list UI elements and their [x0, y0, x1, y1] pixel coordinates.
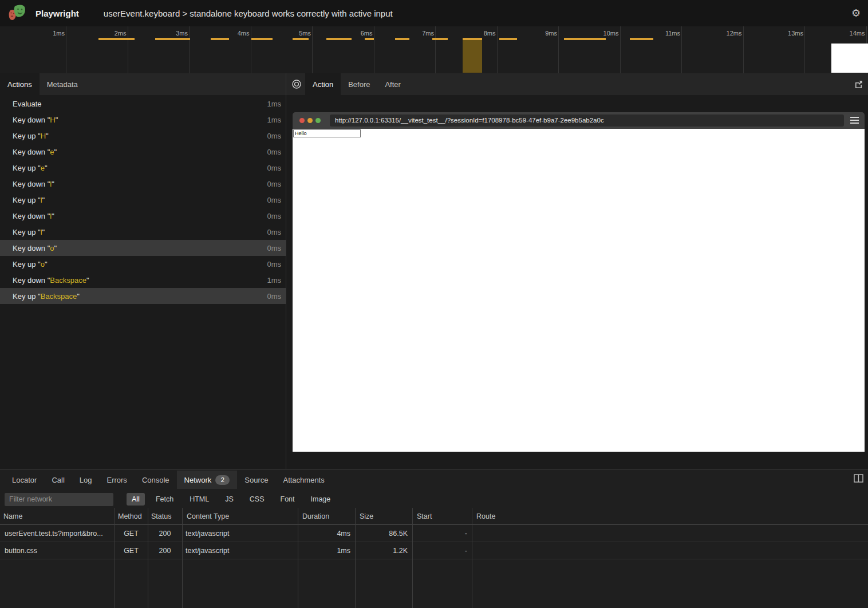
browser-chrome: http://127.0.0.1:63315/__vitest_test__/?…: [293, 112, 865, 129]
action-row[interactable]: Key up "l" 0ms: [0, 192, 286, 208]
bottom-panel-tab[interactable]: Log: [72, 471, 100, 489]
bottom-panel-tab[interactable]: Console: [135, 471, 177, 489]
network-type-filter[interactable]: HTML: [184, 493, 214, 506]
address-bar: http://127.0.0.1:63315/__vitest_test__/?…: [330, 115, 844, 127]
column-divider: [115, 508, 115, 608]
actions-panel-tab[interactable]: Metadata: [40, 73, 85, 95]
action-key: H: [50, 116, 55, 124]
action-row[interactable]: Key up "o" 0ms: [0, 256, 286, 272]
action-title: Key up "H": [13, 132, 267, 140]
page-text-input[interactable]: [293, 129, 361, 137]
bottom-panel-tab[interactable]: Call: [44, 471, 72, 489]
action-row[interactable]: Key up "Backspace" 0ms: [0, 288, 286, 304]
action-key: H: [41, 132, 46, 140]
network-type-filter[interactable]: All: [127, 493, 145, 506]
gear-icon[interactable]: ⚙: [850, 7, 862, 19]
action-title: Key up "e": [13, 164, 267, 172]
network-filter-input[interactable]: [5, 493, 113, 506]
timeline-tick-label: 4ms: [238, 30, 250, 37]
action-row[interactable]: Key down "Backspace" 1ms: [0, 272, 286, 288]
timeline-action-mark: [365, 38, 374, 40]
network-request-row[interactable]: userEvent.test.ts?import&bro... GET 200 …: [0, 525, 868, 542]
network-column-header: Content Type: [182, 512, 298, 520]
action-key: o: [41, 260, 45, 269]
action-row[interactable]: Key up "H" 0ms: [0, 128, 286, 144]
network-type-filters: AllFetchHTMLJSCSSFontImage: [127, 493, 341, 506]
network-request-row[interactable]: button.css GET 200 text/javascript 1ms 1…: [0, 542, 868, 559]
external-link-icon[interactable]: [854, 79, 864, 89]
network-type-filter[interactable]: JS: [220, 493, 239, 506]
network-column-header: Duration: [298, 512, 355, 520]
test-title: userEvent.keyboard > standalone keyboard…: [104, 9, 393, 18]
action-key: l: [41, 228, 42, 236]
bottom-panel-tab[interactable]: Errors: [99, 471, 134, 489]
network-column-header: Status: [148, 512, 182, 520]
app-title: Playwright: [35, 9, 79, 18]
action-key: l: [50, 180, 52, 188]
timeline-tick-label: 9ms: [545, 30, 557, 37]
network-type-filter[interactable]: Font: [275, 493, 300, 506]
bottom-tabstrip: Locator Call Log Errors Console Network2…: [0, 471, 332, 489]
action-row[interactable]: Key down "l" 0ms: [0, 208, 286, 224]
snapshot-tab[interactable]: Action: [305, 73, 341, 95]
request-status: 200: [148, 547, 182, 555]
network-column-header: Name: [0, 512, 115, 520]
request-start: -: [412, 547, 472, 555]
bottom-panel-tab[interactable]: Locator: [5, 471, 44, 489]
action-row[interactable]: Evaluate "" 1ms: [0, 96, 286, 112]
request-method: GET: [115, 547, 148, 555]
action-key: l: [50, 212, 52, 220]
snapshot-tab[interactable]: Before: [341, 73, 377, 95]
network-table-header: NameMethodStatusContent TypeDurationSize…: [0, 508, 868, 525]
request-duration: 4ms: [298, 530, 355, 538]
request-content-type: text/javascript: [182, 547, 298, 555]
action-duration: 0ms: [267, 164, 281, 172]
timeline-action-mark: [98, 38, 135, 40]
timeline-gridline: 8ms: [497, 26, 498, 73]
timeline-tick-label: 14ms: [850, 30, 865, 37]
action-title: Key down "o": [13, 244, 267, 252]
action-row[interactable]: Key down "H" 1ms: [0, 112, 286, 128]
timeline-action-mark: [395, 38, 409, 40]
snapshot-tab[interactable]: After: [377, 73, 408, 95]
actions-panel-tab[interactable]: Actions: [0, 73, 40, 95]
action-row[interactable]: Key up "e" 0ms: [0, 160, 286, 176]
timeline-gridline: 12ms: [743, 26, 744, 73]
snapshot-tabstrip: ActionBeforeAfter: [286, 73, 868, 95]
action-duration: 1ms: [267, 276, 281, 285]
action-row[interactable]: Key down "e" 0ms: [0, 144, 286, 160]
snapshot-panel: ActionBeforeAfter http://127.0.0.1:63315…: [286, 73, 868, 469]
timeline-action-mark: [293, 38, 309, 40]
action-title: Key down "l": [13, 180, 267, 188]
action-row[interactable]: Key down "o" 0ms: [0, 240, 286, 256]
timeline-action-mark: [326, 38, 352, 40]
bottom-panel-tab[interactable]: Source: [237, 471, 275, 489]
timeline-gridline: 9ms: [558, 26, 559, 73]
timeline-gridline: 11ms: [681, 26, 682, 73]
network-count-badge: 2: [215, 475, 230, 485]
network-type-filter[interactable]: Image: [306, 493, 336, 506]
timeline-tick-label: 13ms: [788, 30, 803, 37]
action-key: Backspace: [41, 292, 77, 301]
timeline-gridline: 7ms: [435, 26, 436, 73]
timeline-scrubber[interactable]: 1ms 2ms 3ms 4ms 5ms 6ms 7ms 8ms 9ms: [0, 26, 868, 74]
network-type-filter[interactable]: CSS: [244, 493, 270, 506]
action-row[interactable]: Key up "l" 0ms: [0, 224, 286, 240]
action-duration: 0ms: [267, 180, 281, 188]
action-duration: 0ms: [267, 212, 281, 220]
request-name: userEvent.test.ts?import&bro...: [0, 530, 115, 538]
traffic-light-red-icon: [299, 118, 305, 123]
action-key: Backspace: [50, 276, 86, 285]
network-table: NameMethodStatusContent TypeDurationSize…: [0, 508, 868, 608]
action-row[interactable]: Key down "l" 0ms: [0, 176, 286, 192]
request-content-type: text/javascript: [182, 530, 298, 538]
timeline-action-mark: [211, 38, 229, 40]
bottom-panel-tab[interactable]: Attachments: [275, 471, 332, 489]
column-divider: [412, 508, 413, 608]
split-columns-icon[interactable]: [854, 474, 864, 483]
timeline-screenshot-thumbnail[interactable]: [831, 44, 868, 73]
actions-panel: ActionsMetadata Evaluate "" 1ms Key down…: [0, 73, 286, 469]
pick-locator-button[interactable]: [291, 73, 302, 95]
network-type-filter[interactable]: Fetch: [151, 493, 179, 506]
bottom-panel-tab[interactable]: Network2: [177, 471, 238, 489]
